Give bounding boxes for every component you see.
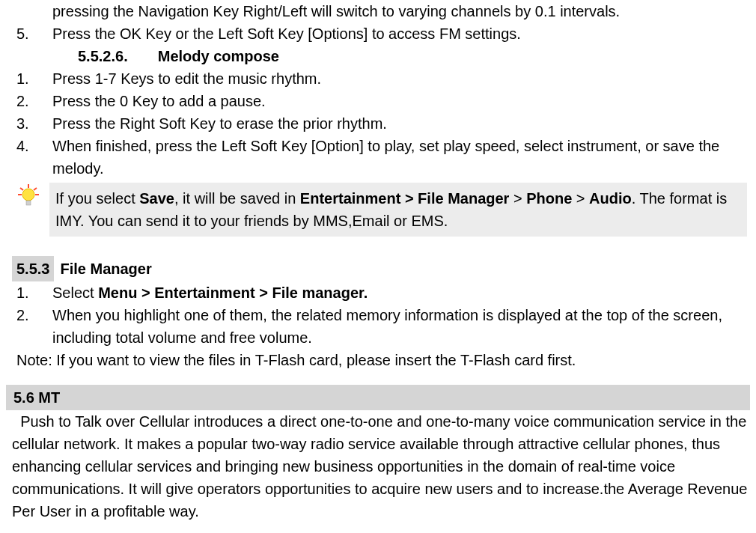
tip-fragment: , it will be saved in	[174, 190, 300, 207]
list-number: 4.	[16, 135, 52, 180]
tip-text: If you select Save, it will be saved in …	[49, 183, 747, 237]
svg-point-0	[22, 189, 34, 201]
lightbulb-icon	[6, 183, 49, 211]
subheading-melody-compose: 5.5.2.6. Melody compose	[6, 45, 750, 67]
list-item-fm-2: 2. When you highlight one of them, the r…	[6, 304, 750, 349]
list-item-fm-1: 1. Select Menu > Entertainment > File ma…	[6, 281, 750, 304]
section-heading-5-5-3: 5.5.3 File Manager	[6, 256, 750, 281]
svg-line-4	[20, 188, 23, 190]
list-item-mc-1: 1. Press 1-7 Keys to edit the music rhyt…	[6, 67, 750, 90]
text-fragment: Select	[52, 284, 98, 301]
list-text: When finished, press the Left Soft Key […	[52, 135, 750, 180]
page-number: 17	[6, 530, 750, 533]
tip-fragment: >	[509, 190, 526, 207]
section-heading-5-6: 5.6 MT	[6, 385, 750, 410]
text-bold-menu-path: Menu > Entertainment > File manager.	[98, 284, 368, 301]
note-line: Note: If you want to view the files in T…	[6, 349, 750, 371]
svg-rect-1	[26, 201, 31, 205]
list-text: Press the 0 Key to add a pause.	[52, 90, 750, 112]
list-number: 3.	[16, 112, 52, 135]
tip-callout: If you select Save, it will be saved in …	[6, 183, 750, 237]
list-number: 2.	[16, 90, 52, 112]
list-text: Select Menu > Entertainment > File manag…	[52, 281, 750, 304]
list-text: Press the OK Key or the Left Soft Key [O…	[52, 22, 750, 45]
list-text: Press the Right Soft Key to erase the pr…	[52, 112, 750, 135]
tip-fragment: If you select	[55, 190, 139, 207]
section-number: 5.5.3	[12, 256, 54, 281]
svg-line-5	[34, 188, 37, 190]
list-number: 1.	[16, 281, 52, 304]
subheading-title: Melody compose	[158, 45, 279, 67]
list-text: Press 1-7 Keys to edit the music rhythm.	[52, 67, 750, 90]
list-item-mc-4: 4. When finished, press the Left Soft Ke…	[6, 135, 750, 180]
list-number: 5.	[16, 22, 52, 45]
intro-line: pressing the Navigation Key Right/Left w…	[6, 0, 750, 22]
document-page: pressing the Navigation Key Right/Left w…	[0, 0, 756, 533]
subheading-number: 5.5.2.6.	[78, 45, 128, 67]
list-item-fm-5: 5. Press the OK Key or the Left Soft Key…	[6, 22, 750, 45]
list-text: When you highlight one of them, the rela…	[52, 304, 750, 349]
section-5-6-body: Push to Talk over Cellular introduces a …	[6, 410, 750, 523]
section-title: File Manager	[58, 258, 151, 280]
tip-bold-save: Save	[139, 190, 174, 207]
tip-fragment: >	[572, 190, 589, 207]
list-number: 1.	[16, 67, 52, 90]
tip-bold-path: Entertainment > File Manager	[300, 190, 510, 207]
list-item-mc-2: 2. Press the 0 Key to add a pause.	[6, 90, 750, 112]
list-number: 2.	[16, 304, 52, 349]
tip-bold-phone: Phone	[526, 190, 572, 207]
list-item-mc-3: 3. Press the Right Soft Key to erase the…	[6, 112, 750, 135]
tip-bold-audio: Audio	[589, 190, 632, 207]
